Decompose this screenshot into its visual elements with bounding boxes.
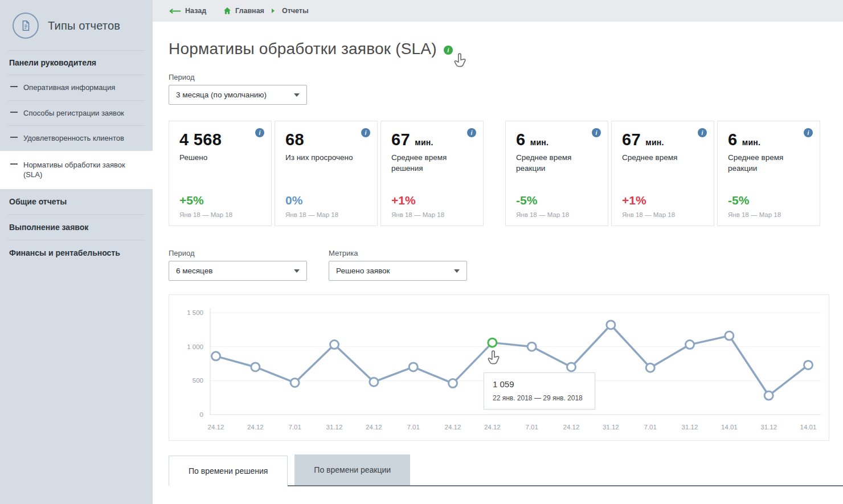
sidebar-item-finance-profitability[interactable]: Финансы и рентабельность <box>0 240 153 265</box>
chart-metric-select[interactable]: Решено заявок <box>329 261 467 281</box>
chart-point[interactable] <box>251 363 260 371</box>
x-axis-tick-label: 31.12 <box>603 424 619 431</box>
tab-by-reaction-time[interactable]: По времени реакции <box>294 454 410 485</box>
dash-icon <box>10 86 18 87</box>
x-axis-tick-label: 14.01 <box>800 424 817 431</box>
kpi-period: Янв 18 — Мар 18 <box>728 211 811 218</box>
kpi-label: Из них просрочено <box>285 153 368 163</box>
back-arrow-icon <box>169 8 181 14</box>
chart-point[interactable] <box>686 341 694 349</box>
kpi-value: 6 мин. <box>728 130 811 149</box>
chart-period-select[interactable]: 6 месяцев <box>169 261 307 281</box>
sidebar-item-label: Общие отчеты <box>9 197 67 206</box>
main-content: Нормативы обработки заявок (SLA) i Перио… <box>153 22 843 504</box>
dash-icon <box>10 112 18 113</box>
kpi-cards: i 4 568 Решено +5% Янв 18 — Мар 18 i 68 … <box>169 121 843 226</box>
sidebar-item-label: Оперативная информация <box>23 83 115 93</box>
x-axis-tick-label: 24.12 <box>484 424 501 431</box>
chart-point[interactable] <box>330 341 339 349</box>
x-axis-tick-label: 24.12 <box>445 424 461 431</box>
chart-tooltip: 1 059 22 янв. 2018 — 29 янв. 2018 <box>484 372 595 409</box>
tab-label: По времени реакции <box>314 465 391 474</box>
info-icon[interactable]: i <box>592 128 601 137</box>
chart-point[interactable] <box>764 391 773 400</box>
period-select-value: 3 месяца (по умолчанию) <box>176 91 267 99</box>
chart-period-value: 6 месяцев <box>176 267 212 275</box>
y-axis-tick-label: 0 <box>200 411 203 418</box>
sidebar-item-client-satisfaction[interactable]: Удовлетворенность клиентов <box>0 126 153 151</box>
chevron-down-icon <box>294 269 300 273</box>
tab-label: По времени решения <box>189 466 268 476</box>
sidebar-item-label: Финансы и рентабельность <box>9 248 120 257</box>
x-axis-tick-label: 24.12 <box>208 424 224 431</box>
tab-by-resolution-time[interactable]: По времени решения <box>169 456 288 486</box>
kpi-period: Янв 18 — Мар 18 <box>622 211 705 218</box>
y-axis-tick-label: 1 000 <box>187 343 203 350</box>
kpi-label: Среднее время реакции <box>728 153 811 174</box>
y-axis-tick-label: 1 500 <box>187 309 203 316</box>
chart-point[interactable] <box>527 342 536 351</box>
period-filter-label: Период <box>169 249 307 257</box>
chart-point[interactable] <box>646 363 654 372</box>
breadcrumb-bar: Назад Главная Отчеты <box>153 0 843 22</box>
info-icon[interactable]: i <box>467 128 476 137</box>
chart-point[interactable] <box>212 352 220 360</box>
chart-point[interactable] <box>409 363 418 371</box>
kpi-label: Среднее время реакции <box>516 153 599 174</box>
sidebar-item-label: Способы регистрации заявок <box>23 108 124 118</box>
back-link[interactable]: Назад <box>169 7 206 15</box>
kpi-delta: -5% <box>728 194 811 207</box>
kpi-value: 6 мин. <box>516 130 599 149</box>
report-icon <box>13 13 39 39</box>
x-axis-tick-label: 7.01 <box>525 424 538 431</box>
info-icon[interactable]: i <box>698 128 707 137</box>
breadcrumb-home[interactable]: Главная Отчеты <box>223 7 309 15</box>
chart-point[interactable] <box>370 378 378 386</box>
kpi-value: 67 мин. <box>391 130 474 149</box>
chart-point[interactable] <box>567 363 576 371</box>
x-axis-tick-label: 24.12 <box>563 424 580 431</box>
page-title: Нормативы обработки заявок (SLA) <box>169 40 437 58</box>
chart-point[interactable] <box>607 321 615 329</box>
kpi-group-reaction: i 6 мин. Среднее время реакции -5% Янв 1… <box>505 121 820 226</box>
sidebar-item-label: Выполнение заявок <box>9 223 88 232</box>
kpi-card-avg-reaction-time: i 6 мин. Среднее время реакции -5% Янв 1… <box>505 121 608 226</box>
info-icon[interactable]: i <box>804 128 813 137</box>
sidebar-item-request-fulfillment[interactable]: Выполнение заявок <box>0 215 153 240</box>
chart-metric-filter: Метрика Решено заявок <box>329 249 467 281</box>
info-icon[interactable]: i <box>444 46 453 55</box>
kpi-value: 4 568 <box>179 130 262 149</box>
chart-point-highlighted[interactable] <box>488 338 497 347</box>
kpi-label: Среднее время решения <box>391 153 474 174</box>
chart-metric-value: Решено заявок <box>336 267 390 275</box>
tooltip-date-range: 22 янв. 2018 — 29 янв. 2018 <box>493 394 586 402</box>
chart-point[interactable] <box>725 331 734 340</box>
sidebar-item-sla-active[interactable]: Нормативы обработки заявок (SLA) <box>0 151 153 189</box>
period-select[interactable]: 3 месяца (по умолчанию) <box>169 85 307 105</box>
sidebar-item-general-reports[interactable]: Общие отчеты <box>0 189 153 214</box>
chart-point[interactable] <box>804 360 813 369</box>
kpi-delta: -5% <box>516 194 599 207</box>
sidebar-item-operational-info[interactable]: Оперативная информация <box>0 75 153 100</box>
sidebar-item-registration-methods[interactable]: Способы регистрации заявок <box>0 101 153 126</box>
sla-line-chart[interactable]: 05001 0001 50024.1224.127.0131.1224.127.… <box>169 294 829 441</box>
info-icon[interactable]: i <box>255 128 264 137</box>
home-icon <box>223 7 231 15</box>
breadcrumb-home-label: Главная <box>235 7 264 15</box>
sidebar-item-label: Нормативы обработки заявок (SLA) <box>23 160 137 180</box>
sidebar-item-label: Удовлетворенность клиентов <box>23 133 124 144</box>
kpi-card-resolved: i 4 568 Решено +5% Янв 18 — Мар 18 <box>169 121 272 226</box>
breadcrumb-current: Отчеты <box>282 7 309 15</box>
chart-point[interactable] <box>290 378 299 387</box>
chart-point[interactable] <box>449 379 457 388</box>
info-icon[interactable]: i <box>361 128 370 137</box>
x-axis-tick-label: 7.01 <box>407 424 419 431</box>
sidebar: Типы отчетов Панели руководителя Операти… <box>0 0 153 504</box>
kpi-label: Среднее время <box>622 153 705 163</box>
chart-tabs: По времени решения По времени реакции <box>169 454 843 486</box>
chart-plot[interactable]: 05001 0001 50024.1224.127.0131.1224.127.… <box>169 295 829 440</box>
kpi-card-avg-reaction-time-2: i 6 мин. Среднее время реакции -5% Янв 1… <box>717 121 820 226</box>
x-axis-tick-label: 31.12 <box>326 424 343 431</box>
chevron-down-icon <box>454 269 460 273</box>
kpi-delta: +1% <box>391 194 474 207</box>
